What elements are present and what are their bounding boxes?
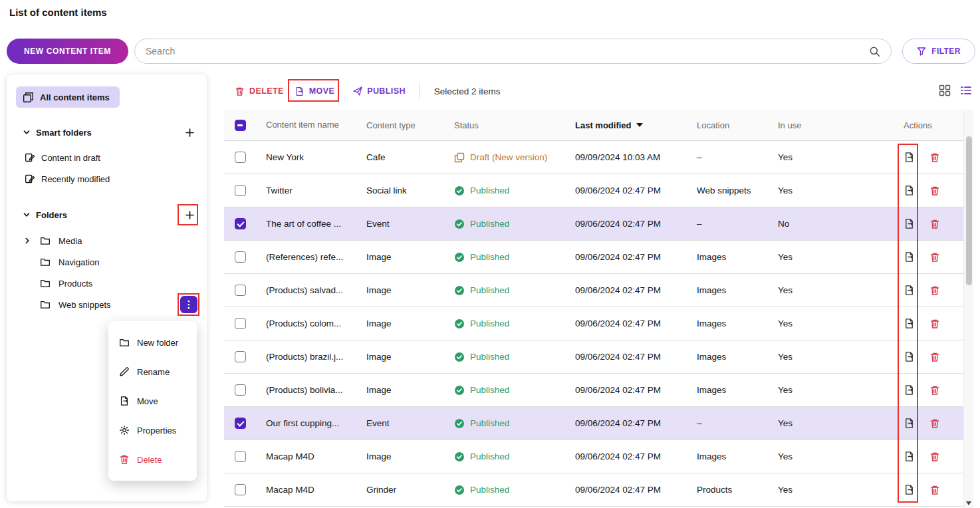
folder-context-menu-button[interactable]: ⋮ bbox=[180, 296, 197, 313]
scroll-down-arrow-icon[interactable] bbox=[966, 501, 971, 505]
row-checkbox[interactable] bbox=[235, 318, 246, 329]
menu-item-new-folder[interactable]: New folder bbox=[108, 328, 197, 357]
select-all-checkbox[interactable] bbox=[235, 120, 246, 131]
row-checkbox[interactable] bbox=[235, 285, 246, 296]
menu-item-delete[interactable]: Delete bbox=[108, 445, 197, 474]
list-view-button[interactable] bbox=[960, 84, 972, 96]
row-delete-button[interactable] bbox=[929, 186, 940, 196]
draft-status-icon bbox=[454, 152, 465, 163]
add-folder-button[interactable] bbox=[182, 207, 197, 222]
table-row[interactable]: (References) refe... Image Published 09/… bbox=[224, 241, 963, 274]
last-modified: 09/06/2024 02:47 PM bbox=[575, 285, 697, 295]
row-move-button[interactable] bbox=[904, 185, 915, 196]
table-row[interactable]: (Products) brazil.j... Image Published 0… bbox=[224, 340, 963, 374]
row-delete-button[interactable] bbox=[929, 385, 940, 396]
content-type: Social link bbox=[366, 186, 454, 195]
table-row[interactable]: New York Cafe Draft (New version) 09/09/… bbox=[224, 141, 963, 174]
row-checkbox[interactable] bbox=[235, 418, 246, 429]
table-row[interactable]: Macap M4D Grinder Published 09/06/2024 0… bbox=[224, 473, 963, 507]
sidebar-item-recently-modified[interactable]: Recently modified bbox=[7, 169, 207, 189]
folder-item-products[interactable]: Products bbox=[7, 273, 207, 293]
trash-icon bbox=[929, 186, 940, 196]
table-row[interactable]: Twitter Social link Published 09/06/2024… bbox=[224, 174, 963, 207]
new-content-item-button[interactable]: NEW CONTENT ITEM bbox=[7, 39, 128, 64]
last-modified: 09/06/2024 02:47 PM bbox=[575, 385, 697, 395]
folder-item-navigation[interactable]: Navigation bbox=[7, 252, 207, 272]
row-delete-button[interactable] bbox=[929, 451, 940, 462]
menu-item-rename[interactable]: Rename bbox=[108, 357, 197, 386]
table-row[interactable]: The art of coffee ... Event Published 09… bbox=[224, 207, 963, 241]
folder-item-web-snippets[interactable]: Web snippets bbox=[7, 295, 207, 315]
status-label: Published bbox=[470, 252, 509, 262]
filter-button[interactable]: FILTER bbox=[902, 39, 975, 64]
row-delete-button[interactable] bbox=[929, 418, 940, 429]
row-move-button[interactable] bbox=[904, 451, 915, 462]
row-delete-button[interactable] bbox=[929, 318, 940, 329]
search-box[interactable] bbox=[134, 39, 892, 64]
sidebar-item-all-content-items[interactable]: All content items bbox=[16, 86, 120, 108]
published-status-icon bbox=[454, 186, 465, 196]
publish-toolbar-button[interactable]: PUBLISH bbox=[353, 86, 406, 96]
column-header-status[interactable]: Status bbox=[454, 120, 575, 130]
row-checkbox[interactable] bbox=[235, 351, 246, 362]
content-items-page: List of content items NEW CONTENT ITEM F… bbox=[0, 0, 980, 508]
folder-icon bbox=[40, 235, 51, 246]
row-checkbox[interactable] bbox=[235, 451, 246, 462]
row-move-button[interactable] bbox=[904, 418, 915, 429]
row-checkbox[interactable] bbox=[235, 384, 246, 396]
scrollbar-thumb[interactable] bbox=[966, 136, 972, 285]
row-delete-button[interactable] bbox=[929, 352, 940, 362]
row-move-button[interactable] bbox=[904, 384, 915, 396]
table-row[interactable]: Macap M4D Image Published 09/06/2024 02:… bbox=[224, 440, 963, 473]
search-input[interactable] bbox=[146, 46, 869, 57]
row-checkbox[interactable] bbox=[235, 218, 246, 229]
row-move-button[interactable] bbox=[904, 318, 915, 329]
row-move-button[interactable] bbox=[904, 251, 915, 263]
add-smart-folder-button[interactable] bbox=[182, 125, 197, 140]
menu-item-move[interactable]: Move bbox=[108, 386, 197, 416]
move-toolbar-button[interactable]: MOVE bbox=[295, 86, 334, 96]
content-type: Event bbox=[366, 219, 454, 229]
folder-item-media[interactable]: Media bbox=[7, 231, 207, 251]
table-row[interactable]: Our first cupping... Event Published 09/… bbox=[224, 407, 963, 440]
row-move-button[interactable] bbox=[904, 285, 915, 296]
row-checkbox[interactable] bbox=[235, 152, 246, 163]
chevron-right-icon[interactable] bbox=[23, 237, 31, 245]
row-move-button[interactable] bbox=[904, 218, 915, 229]
column-header-location[interactable]: Location bbox=[697, 120, 778, 130]
column-header-type[interactable]: Content type bbox=[366, 120, 454, 130]
row-move-button[interactable] bbox=[904, 484, 915, 495]
menu-item-properties[interactable]: Properties bbox=[108, 416, 197, 445]
column-header-name[interactable]: Content item name bbox=[266, 119, 329, 132]
column-header-in-use[interactable]: In use bbox=[778, 120, 900, 130]
table-row[interactable]: (Products) colom... Image Published 09/0… bbox=[224, 307, 963, 340]
selected-count: Selected 2 items bbox=[434, 86, 501, 96]
row-move-button[interactable] bbox=[904, 152, 915, 163]
delete-toolbar-button[interactable]: DELETE bbox=[235, 86, 284, 96]
location: – bbox=[697, 219, 778, 229]
row-delete-button[interactable] bbox=[929, 152, 940, 163]
row-delete-button[interactable] bbox=[929, 485, 940, 495]
table-row[interactable]: (Products) salvad... Image Published 09/… bbox=[224, 274, 963, 307]
row-checkbox[interactable] bbox=[235, 484, 246, 495]
grid-view-button[interactable] bbox=[939, 84, 951, 96]
table-row[interactable]: (Products) bolivia... Image Published 09… bbox=[224, 374, 963, 407]
row-checkbox[interactable] bbox=[235, 251, 246, 263]
folders-header[interactable]: Folders bbox=[7, 205, 207, 225]
row-delete-button[interactable] bbox=[929, 252, 940, 263]
content-item-name: New York bbox=[266, 152, 366, 162]
content-item-name: (Products) bolivia... bbox=[266, 385, 366, 395]
status-cell: Published bbox=[454, 285, 575, 296]
content-item-name: (Products) colom... bbox=[266, 318, 366, 328]
column-header-last-modified[interactable]: Last modified bbox=[575, 120, 697, 130]
smart-folders-header[interactable]: Smart folders bbox=[7, 122, 207, 142]
row-move-button[interactable] bbox=[904, 351, 915, 362]
menu-item-label: Rename bbox=[137, 367, 170, 377]
sidebar-item-content-in-draft[interactable]: Content in draft bbox=[7, 148, 207, 168]
row-checkbox[interactable] bbox=[235, 185, 246, 196]
row-delete-button[interactable] bbox=[929, 285, 940, 296]
all-content-items-label: All content items bbox=[40, 92, 110, 102]
vertical-scrollbar[interactable] bbox=[963, 110, 973, 508]
folder-label: Web snippets bbox=[59, 300, 111, 310]
row-delete-button[interactable] bbox=[929, 219, 940, 229]
